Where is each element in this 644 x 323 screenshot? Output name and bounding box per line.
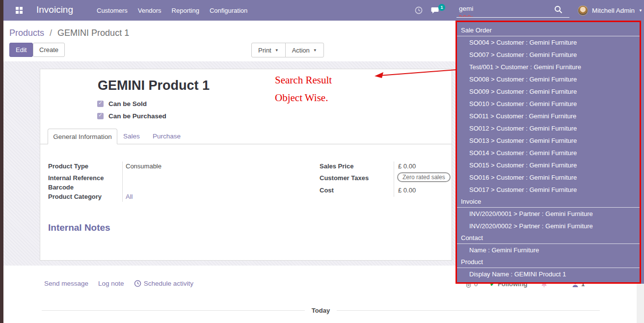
today-label: Today xyxy=(312,307,330,314)
can-be-purchased-label: Can be Purchased xyxy=(108,112,166,120)
search-group-header: Product xyxy=(457,256,640,268)
app-title[interactable]: Invoicing xyxy=(36,4,73,15)
search-result-item[interactable]: SO004 > Customer : Gemini Furniture xyxy=(457,36,640,49)
user-menu[interactable]: Mitchell Admin ▼ xyxy=(578,0,643,21)
invoicing-app-window: Invoicing Customers Vendors Reporting Co… xyxy=(0,0,644,323)
menu-reporting[interactable]: Reporting xyxy=(172,7,199,14)
main-menu: Customers Vendors Reporting Configuratio… xyxy=(97,0,247,21)
search-result-item[interactable]: SO011 > Customer : Gemini Furniture xyxy=(457,110,640,122)
internal-notes-heading: Internal Notes xyxy=(48,222,110,233)
schedule-activity-label: Schedule activity xyxy=(144,280,193,287)
annotation-arrow xyxy=(371,65,464,81)
action-label: Action xyxy=(292,47,310,54)
search-result-item[interactable]: SO009 > Customer : Gemini Furniture xyxy=(457,85,640,98)
search-group-header: Sale Order xyxy=(457,25,640,36)
product-category-label: Product Category xyxy=(48,193,102,200)
user-avatar xyxy=(578,5,588,16)
sales-price-value[interactable]: £ 0.00 xyxy=(398,162,416,170)
menu-configuration[interactable]: Configuration xyxy=(210,7,247,14)
field-separator xyxy=(394,162,394,197)
product-type-label: Product Type xyxy=(48,162,88,170)
cost-label: Cost xyxy=(320,187,334,194)
global-search xyxy=(456,3,569,18)
schedule-clock-icon xyxy=(134,280,141,287)
sales-price-label: Sales Price xyxy=(320,162,353,170)
search-results-dropdown: Sale OrderSO004 > Customer : Gemini Furn… xyxy=(456,21,641,284)
customer-taxes-tag[interactable]: Zero rated sales xyxy=(397,172,451,182)
activities-clock-icon[interactable] xyxy=(415,6,423,16)
product-category-value[interactable]: All xyxy=(126,193,133,200)
can-be-sold-label: Can be Sold xyxy=(108,100,147,108)
product-title: GEMINI Product 1 xyxy=(98,78,210,93)
search-group-header: Contact xyxy=(457,232,640,244)
product-form-sheet: GEMINI Product 1 Can be Sold Can be Purc… xyxy=(40,69,452,261)
customer-taxes-label: Customer Taxes xyxy=(320,174,369,182)
search-result-item[interactable]: Test/001 > Customer : Gemini Furniture xyxy=(457,61,640,73)
search-result-item[interactable]: SO013 > Customer : Gemini Furniture xyxy=(457,135,640,147)
can-be-sold-row: Can be Sold xyxy=(97,100,147,108)
create-button[interactable]: Create xyxy=(33,43,65,57)
schedule-activity-link[interactable]: Schedule activity xyxy=(134,280,193,287)
annotation-line-2: Object Wise. xyxy=(275,89,332,107)
search-result-item[interactable]: SO010 > Customer : Gemini Furniture xyxy=(457,98,640,110)
user-name: Mitchell Admin xyxy=(592,7,635,14)
apps-grid-icon[interactable] xyxy=(16,7,23,14)
tab-purchase[interactable]: Purchase xyxy=(153,133,181,140)
can-be-purchased-row: Can be Purchased xyxy=(97,112,166,120)
search-result-item[interactable]: INV/2020/0001 > Partner : Gemini Furnitu… xyxy=(457,208,640,220)
search-icon[interactable] xyxy=(554,5,563,16)
search-result-item[interactable]: SO012 > Customer : Gemini Furniture xyxy=(457,122,640,135)
action-button[interactable]: Action ▼ xyxy=(285,43,324,57)
product-type-value[interactable]: Consumable xyxy=(126,162,161,170)
messages-count-badge: 1 xyxy=(438,4,445,11)
search-group-header: Invoice xyxy=(457,196,640,208)
cost-value[interactable]: £ 0.00 xyxy=(398,187,416,194)
edit-button[interactable]: Edit xyxy=(9,43,33,57)
breadcrumb-products-link[interactable]: Products xyxy=(9,28,44,38)
search-result-item[interactable]: SO016 > Customer : Gemini Furniture xyxy=(457,171,640,184)
search-result-item[interactable]: SO007 > Customer : Gemini Furniture xyxy=(457,49,640,61)
breadcrumb-separator: / xyxy=(50,28,52,38)
spellcheck-squiggle xyxy=(459,15,473,17)
search-result-item[interactable]: SO014 > Customer : Gemini Furniture xyxy=(457,147,640,159)
annotation-text: Search Result Object Wise. xyxy=(275,71,332,107)
search-result-item[interactable]: Display Name : GEMINI Product 1 xyxy=(457,268,640,280)
barcode-label: Barcode xyxy=(48,184,74,191)
search-result-item[interactable]: SO015 > Customer : Gemini Furniture xyxy=(457,159,640,171)
menu-customers[interactable]: Customers xyxy=(97,7,128,14)
today-divider: Today xyxy=(42,307,600,314)
internal-reference-label: Internal Reference xyxy=(48,174,104,182)
log-note-link[interactable]: Log note xyxy=(98,280,124,287)
chevron-down-icon: ▼ xyxy=(639,8,643,13)
window-edge-strip xyxy=(0,0,3,323)
search-results-list: Sale OrderSO004 > Customer : Gemini Furn… xyxy=(457,22,640,280)
tab-general-information[interactable]: General Information xyxy=(48,129,117,144)
search-result-item[interactable]: SO008 > Customer : Gemini Furniture xyxy=(457,73,640,85)
chatter-actions: Send message Log note Schedule activity xyxy=(44,280,193,287)
print-button[interactable]: Print ▼ xyxy=(251,43,286,57)
search-result-item[interactable]: Name : Gemini Furniture xyxy=(457,244,640,256)
breadcrumb: Products / GEMINI Product 1 xyxy=(9,28,129,38)
chevron-down-icon: ▼ xyxy=(275,48,279,53)
breadcrumb-current: GEMINI Product 1 xyxy=(57,28,129,38)
menu-vendors[interactable]: Vendors xyxy=(138,7,161,14)
search-input[interactable] xyxy=(459,5,552,12)
can-be-purchased-checkbox[interactable] xyxy=(97,113,104,119)
print-action-buttons: Print ▼ Action ▼ xyxy=(251,43,324,57)
top-navbar: Invoicing Customers Vendors Reporting Co… xyxy=(3,0,644,21)
print-label: Print xyxy=(258,47,271,54)
tab-sales[interactable]: Sales xyxy=(123,133,140,140)
search-result-item[interactable]: SO017 > Customer : Gemini Furniture xyxy=(457,184,640,196)
annotation-line-1: Search Result xyxy=(275,71,332,89)
chevron-down-icon: ▼ xyxy=(313,48,317,53)
can-be-sold-checkbox[interactable] xyxy=(97,101,104,107)
send-message-link[interactable]: Send message xyxy=(44,280,88,287)
scrollbar-track[interactable] xyxy=(637,284,644,323)
search-result-item[interactable]: INV/2020/0002 > Partner : Gemini Furnitu… xyxy=(457,220,640,232)
field-separator xyxy=(122,162,123,202)
